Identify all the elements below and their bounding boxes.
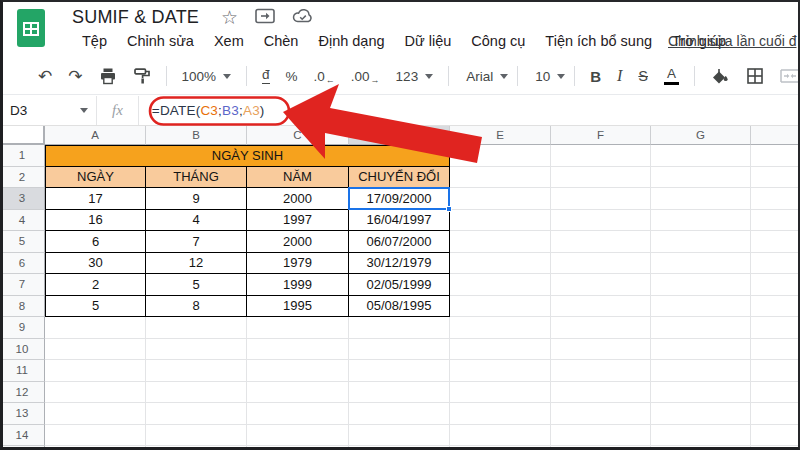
empty-cell[interactable] — [146, 382, 247, 404]
borders-button[interactable] — [738, 67, 772, 85]
empty-cell[interactable] — [751, 382, 800, 404]
zoom-select[interactable]: 100% — [174, 69, 240, 84]
italic-button[interactable]: I — [609, 67, 630, 85]
merge-cells-button[interactable] — [772, 69, 800, 83]
column-header-E[interactable]: E — [450, 126, 551, 145]
cell-A6[interactable]: 30 — [45, 253, 146, 275]
row-header-5[interactable]: 5 — [0, 231, 45, 253]
empty-cell[interactable] — [651, 253, 751, 275]
empty-cell[interactable] — [751, 145, 800, 167]
fill-handle[interactable] — [446, 206, 452, 212]
row-header-15[interactable]: 15 — [0, 446, 45, 450]
column-header-F[interactable]: F — [551, 126, 651, 145]
empty-cell[interactable] — [551, 360, 651, 382]
empty-cell[interactable] — [349, 339, 450, 361]
empty-cell[interactable] — [551, 339, 651, 361]
select-all-corner[interactable] — [0, 126, 45, 145]
empty-cell[interactable] — [45, 382, 146, 404]
empty-cell[interactable] — [247, 403, 349, 425]
empty-cell[interactable] — [247, 360, 349, 382]
empty-cell[interactable] — [45, 360, 146, 382]
empty-cell[interactable] — [751, 253, 800, 275]
last-edit-link[interactable]: Chỉnh sửa lần cuối đ — [668, 33, 800, 49]
empty-cell[interactable] — [651, 425, 751, 447]
empty-cell[interactable] — [551, 382, 651, 404]
empty-cell[interactable] — [450, 360, 551, 382]
increase-decimal-button[interactable]: .00 → — [343, 69, 388, 84]
cell-B3[interactable]: 9 — [146, 188, 247, 210]
empty-cell[interactable] — [651, 403, 751, 425]
menu-file[interactable]: Tệp — [72, 31, 117, 51]
column-header-D[interactable]: D — [349, 126, 450, 145]
table-header-A2[interactable]: NGÀY — [45, 167, 146, 189]
empty-cell[interactable] — [551, 145, 651, 167]
empty-cell[interactable] — [45, 446, 146, 450]
empty-cell[interactable] — [450, 145, 551, 167]
empty-cell[interactable] — [247, 339, 349, 361]
empty-cell[interactable] — [651, 274, 751, 296]
empty-cell[interactable] — [349, 425, 450, 447]
table-header-D2[interactable]: CHUYỂN ĐỔI — [349, 167, 450, 189]
empty-cell[interactable] — [751, 360, 800, 382]
font-size-select[interactable]: 10 — [525, 69, 567, 84]
redo-button[interactable]: ↷ — [60, 68, 90, 85]
column-header-B[interactable]: B — [146, 126, 247, 145]
empty-cell[interactable] — [247, 425, 349, 447]
cell-A5[interactable]: 6 — [45, 231, 146, 253]
empty-cell[interactable] — [349, 403, 450, 425]
cell-A8[interactable]: 5 — [45, 296, 146, 318]
empty-cell[interactable] — [146, 360, 247, 382]
empty-cell[interactable] — [651, 167, 751, 189]
column-header-partial[interactable] — [751, 126, 800, 145]
empty-cell[interactable] — [551, 446, 651, 450]
cell-B7[interactable]: 5 — [146, 274, 247, 296]
paint-format-button[interactable] — [125, 67, 159, 85]
empty-cell[interactable] — [450, 425, 551, 447]
empty-cell[interactable] — [450, 339, 551, 361]
document-title[interactable]: SUMIF & DATE — [72, 7, 199, 28]
strikethrough-button[interactable]: S — [630, 68, 656, 84]
empty-cell[interactable] — [450, 296, 551, 318]
cell-A4[interactable]: 16 — [45, 210, 146, 232]
formula-input[interactable]: =DATE(C3;B3;A3) — [139, 103, 265, 118]
cell-B6[interactable]: 12 — [146, 253, 247, 275]
empty-cell[interactable] — [751, 296, 800, 318]
empty-cell[interactable] — [651, 339, 751, 361]
row-header-2[interactable]: 2 — [0, 167, 45, 189]
row-header-6[interactable]: 6 — [0, 253, 45, 275]
cell-C5[interactable]: 2000 — [247, 231, 349, 253]
cell-D8[interactable]: 05/08/1995 — [349, 296, 450, 318]
empty-cell[interactable] — [349, 382, 450, 404]
empty-cell[interactable] — [651, 145, 751, 167]
empty-cell[interactable] — [651, 360, 751, 382]
empty-cell[interactable] — [551, 425, 651, 447]
menu-format[interactable]: Định dạng — [308, 31, 394, 51]
empty-cell[interactable] — [146, 317, 247, 339]
row-header-3[interactable]: 3 — [0, 188, 45, 210]
empty-cell[interactable] — [651, 188, 751, 210]
empty-cell[interactable] — [551, 403, 651, 425]
cell-B5[interactable]: 7 — [146, 231, 247, 253]
empty-cell[interactable] — [551, 253, 651, 275]
empty-cell[interactable] — [751, 231, 800, 253]
row-header-11[interactable]: 11 — [0, 360, 45, 382]
menu-addons[interactable]: Tiện ích bổ sung — [535, 31, 662, 51]
empty-cell[interactable] — [751, 403, 800, 425]
empty-cell[interactable] — [450, 167, 551, 189]
cell-B4[interactable]: 4 — [146, 210, 247, 232]
merged-title-cell[interactable]: NGÀY SINH — [45, 145, 450, 167]
empty-cell[interactable] — [751, 446, 800, 450]
empty-cell[interactable] — [146, 403, 247, 425]
table-header-B2[interactable]: THÁNG — [146, 167, 247, 189]
empty-cell[interactable] — [45, 403, 146, 425]
empty-cell[interactable] — [146, 425, 247, 447]
row-header-4[interactable]: 4 — [0, 210, 45, 232]
empty-cell[interactable] — [247, 317, 349, 339]
empty-cell[interactable] — [551, 210, 651, 232]
empty-cell[interactable] — [450, 210, 551, 232]
cell-D6[interactable]: 30/12/1979 — [349, 253, 450, 275]
table-header-C2[interactable]: NĂM — [247, 167, 349, 189]
empty-cell[interactable] — [349, 446, 450, 450]
empty-cell[interactable] — [751, 425, 800, 447]
cell-D7[interactable]: 02/05/1999 — [349, 274, 450, 296]
